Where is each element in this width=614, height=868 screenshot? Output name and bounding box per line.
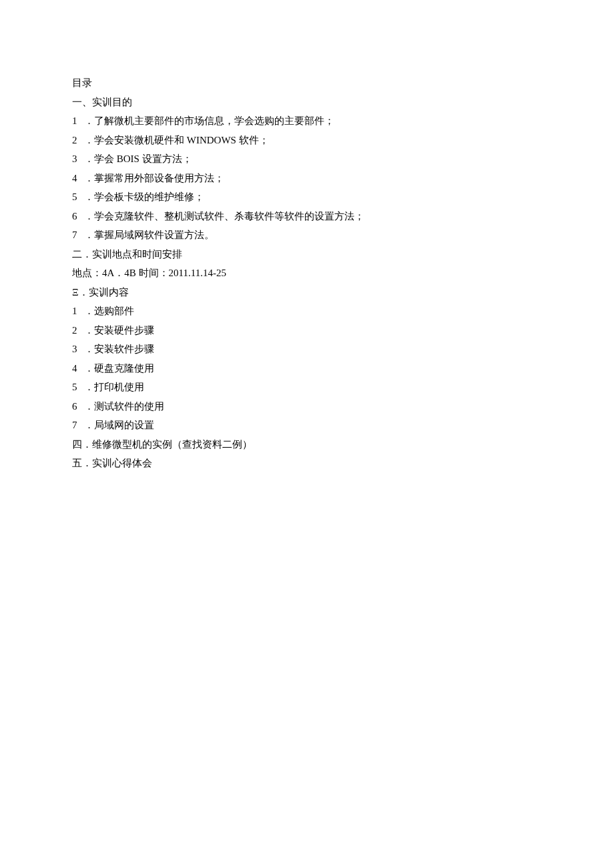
section3-item: 4 ．硬盘克隆使用 [72,359,542,378]
item-text: ．掌握常用外部设备使用方法； [84,169,224,188]
section1-item: 3 ．学会 BOIS 设置方法； [72,149,542,169]
toc-title: 目录 [72,73,542,93]
item-number: 3 [72,340,84,359]
section3-heading: Ξ．实训内容 [72,283,542,302]
item-text: ．了解微机主要部件的市场信息，学会选购的主要部件； [84,111,334,131]
item-text: ．测试软件的使用 [84,397,164,416]
item-text: ．安装硬件步骤 [84,321,154,340]
section2-heading: 二．实训地点和时间安排 [72,245,542,264]
item-text: ．学会 BOIS 设置方法； [84,149,192,169]
item-number: 2 [72,321,84,340]
section1-item: 6 ．学会克隆软件、整机测试软件、杀毒软件等软件的设置方法； [72,207,542,226]
section3-item: 5 ．打印机使用 [72,378,542,397]
section3-item: 2 ．安装硬件步骤 [72,321,542,340]
item-text: ．安装软件步骤 [84,340,154,359]
item-number: 7 [72,416,84,435]
section1-item: 5 ．学会板卡级的维护维修； [72,187,542,207]
item-number: 2 [72,131,84,150]
section1-item: 4 ．掌握常用外部设备使用方法； [72,169,542,188]
section1-item: 2 ．学会安装微机硬件和 WINDOWS 软件； [72,131,542,150]
section1-item: 7 ．掌握局域网软件设置方法。 [72,226,542,245]
item-number: 1 [72,111,84,131]
section3-item: 7 ．局域网的设置 [72,416,542,435]
item-text: ．打印机使用 [84,378,144,397]
item-text: ．学会克隆软件、整机测试软件、杀毒软件等软件的设置方法； [84,207,364,226]
document-content: 目录 一、实训目的 1 ．了解微机主要部件的市场信息，学会选购的主要部件； 2 … [72,73,542,473]
item-number: 1 [72,302,84,321]
item-number: 3 [72,149,84,169]
item-text: ．选购部件 [84,302,134,321]
section1-item: 1 ．了解微机主要部件的市场信息，学会选购的主要部件； [72,111,542,131]
section5-heading: 五．实训心得体会 [72,454,542,473]
section1-heading: 一、实训目的 [72,93,542,112]
item-number: 7 [72,226,84,245]
item-text: ．硬盘克隆使用 [84,359,154,378]
item-text: ．掌握局域网软件设置方法。 [84,226,214,245]
item-number: 6 [72,397,84,416]
section4-heading: 四．维修微型机的实例（查找资料二例） [72,435,542,454]
section3-item: 3 ．安装软件步骤 [72,340,542,359]
item-number: 5 [72,187,84,207]
section3-item: 1 ．选购部件 [72,302,542,321]
section2-detail: 地点：4A．4B 时间：2011.11.14-25 [72,264,542,283]
item-number: 4 [72,359,84,378]
item-text: ．局域网的设置 [84,416,154,435]
section3-item: 6 ．测试软件的使用 [72,397,542,416]
item-number: 6 [72,207,84,226]
item-number: 4 [72,169,84,188]
item-number: 5 [72,378,84,397]
item-text: ．学会板卡级的维护维修； [84,187,204,207]
item-text: ．学会安装微机硬件和 WINDOWS 软件； [84,131,269,150]
